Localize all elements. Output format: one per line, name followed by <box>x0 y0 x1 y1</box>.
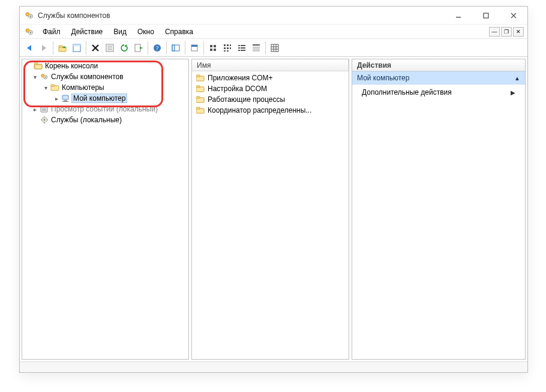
svg-rect-71 <box>41 107 47 108</box>
list-pane[interactable]: Имя Приложения COM+ Настройка DCOM Работ… <box>191 59 349 360</box>
collapse-section-icon[interactable]: ▲ <box>514 75 520 82</box>
tree-label: Просмотр событии (локальный) <box>50 105 159 113</box>
svg-rect-85 <box>196 97 200 98</box>
menu-window[interactable]: Окно <box>133 26 159 37</box>
forward-button[interactable] <box>37 41 51 55</box>
app-properties-button[interactable] <box>187 41 202 55</box>
svg-rect-41 <box>230 47 231 49</box>
actions-header: Действия <box>352 59 525 71</box>
mdi-restore-button[interactable]: ❐ <box>501 27 512 37</box>
actions-section-title[interactable]: Мой компьютер ▲ <box>352 71 525 85</box>
svg-marker-10 <box>27 45 31 51</box>
expander-collapse-icon[interactable]: ▾ <box>31 74 39 80</box>
tree-node-computers[interactable]: ▾ Компьютеры <box>23 82 187 93</box>
folder-open-icon <box>33 62 44 70</box>
view-detail-button[interactable] <box>249 41 263 55</box>
view-small-button[interactable] <box>220 41 235 55</box>
tree-label: Компьютеры <box>61 83 106 92</box>
app-icon-small <box>25 27 34 37</box>
folder-icon <box>196 74 205 82</box>
svg-rect-50 <box>253 44 260 46</box>
svg-rect-87 <box>196 107 200 109</box>
expander-expand-icon[interactable]: ▸ <box>31 106 39 113</box>
separator-icon <box>166 41 167 55</box>
mdi-close-button[interactable]: ✕ <box>513 27 524 37</box>
statusbar <box>20 361 527 372</box>
list-header[interactable]: Имя <box>192 59 349 71</box>
tree-label: Службы компонентов <box>50 73 125 81</box>
list-item[interactable]: Работающие процессы <box>193 94 347 105</box>
help-button[interactable]: ? <box>150 41 164 55</box>
refresh-button[interactable] <box>117 41 131 55</box>
svg-point-64 <box>45 77 46 78</box>
svg-text:?: ? <box>156 45 159 52</box>
menu-action[interactable]: Действие <box>67 26 108 37</box>
svg-rect-69 <box>62 101 68 102</box>
tree-node-my-computer[interactable]: ▸ Мой компьютер <box>23 93 187 104</box>
actions-section-label: Мой компьютер <box>357 74 409 82</box>
tree-node-services[interactable]: Службы (локальные) <box>23 114 187 125</box>
tree-label: Мой компьютер <box>71 94 127 103</box>
expander-expand-icon[interactable]: ▸ <box>52 95 61 102</box>
maximize-button[interactable] <box>472 7 500 25</box>
svg-rect-54 <box>271 44 278 52</box>
expander-collapse-icon[interactable]: ▾ <box>41 85 50 91</box>
list-item[interactable]: Приложения COM+ <box>193 73 347 83</box>
properties-button[interactable] <box>103 41 117 55</box>
svg-rect-67 <box>62 95 68 99</box>
svg-point-2 <box>30 15 31 16</box>
svg-rect-40 <box>227 47 229 49</box>
svg-rect-83 <box>196 86 200 88</box>
svg-rect-42 <box>224 50 226 52</box>
svg-rect-29 <box>172 45 175 51</box>
list-column-name[interactable]: Имя <box>192 59 349 71</box>
svg-point-9 <box>30 31 31 32</box>
svg-rect-51 <box>253 47 260 48</box>
tree-node-component-services[interactable]: ▾ Службы компонентов <box>23 71 187 82</box>
menu-help[interactable]: Справка <box>160 26 198 37</box>
mdi-minimize-button[interactable]: — <box>489 27 500 37</box>
tree-label: Корень консоли <box>44 62 99 70</box>
list-item[interactable]: Координатор распределенны... <box>193 105 347 116</box>
svg-rect-24 <box>135 44 140 52</box>
back-button[interactable] <box>22 41 37 55</box>
svg-rect-39 <box>224 47 226 49</box>
main-window: Службы компонентов Файл Действие Вид Окн… <box>19 6 528 373</box>
svg-rect-46 <box>238 47 240 49</box>
filter-button[interactable] <box>70 41 84 55</box>
view-list-button[interactable] <box>235 41 249 55</box>
list-item[interactable]: Настройка DCOM <box>193 83 347 94</box>
svg-rect-37 <box>227 44 229 46</box>
svg-rect-53 <box>253 50 260 52</box>
separator-icon <box>86 41 86 55</box>
delete-button[interactable] <box>88 41 103 55</box>
svg-rect-61 <box>35 65 42 69</box>
tree-node-event-viewer[interactable]: ▸ Просмотр событии (локальный) <box>23 104 187 114</box>
svg-marker-11 <box>42 45 46 51</box>
list-item-label: Работающие процессы <box>208 95 285 104</box>
tree-node-console-root[interactable]: Корень консоли <box>23 61 187 71</box>
svg-rect-45 <box>241 45 245 46</box>
actions-more-actions[interactable]: Дополнительные действия ▶ <box>352 85 525 100</box>
svg-rect-49 <box>241 50 245 51</box>
separator-icon <box>265 41 266 55</box>
separator-icon <box>53 41 53 55</box>
svg-rect-44 <box>238 45 240 46</box>
menu-file[interactable]: Файл <box>38 26 65 37</box>
tree-label: Службы (локальные) <box>50 116 123 124</box>
folder-icon <box>196 96 205 103</box>
up-button[interactable] <box>55 41 70 55</box>
menu-view[interactable]: Вид <box>109 26 131 37</box>
svg-rect-33 <box>214 45 216 47</box>
showhide-console-button[interactable] <box>169 41 183 55</box>
separator-icon <box>185 41 185 55</box>
minimize-button[interactable] <box>445 7 472 25</box>
tree-pane[interactable]: Корень консоли ▾ Службы компонентов ▾ Ко… <box>22 59 189 360</box>
view-grid-button[interactable] <box>268 41 282 55</box>
close-button[interactable] <box>500 7 527 25</box>
window-title: Службы компонентов <box>38 11 110 20</box>
view-large-button[interactable] <box>206 41 220 55</box>
actions-link-label: Дополнительные действия <box>362 88 452 97</box>
export-button[interactable] <box>131 41 146 55</box>
app-icon <box>25 11 34 20</box>
